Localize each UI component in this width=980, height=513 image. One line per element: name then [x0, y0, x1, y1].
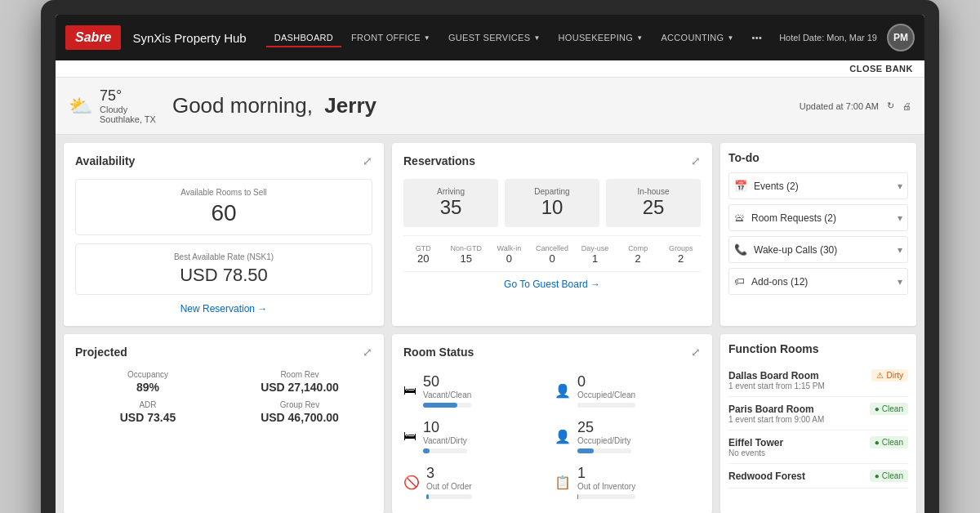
weather-icon: ⛅ — [69, 95, 93, 118]
nav-right: Hotel Date: Mon, Mar 19 PM — [779, 24, 915, 51]
func-dallas[interactable]: Dallas Board Room ⚠ Dirty 1 event start … — [728, 364, 908, 397]
occupied-clean-icon: 👤 — [555, 383, 571, 399]
func-eiffel-name: Eiffel Tower — [728, 437, 783, 448]
rs-out-of-order: 🚫 3 Out of Order — [403, 462, 550, 502]
todo-wakeup[interactable]: 📞 Wake-up Calls (30) ▾ — [728, 236, 908, 263]
func-paris[interactable]: Paris Board Room ● Clean 1 event start f… — [728, 397, 908, 430]
room-requests-icon: 🛎 — [734, 212, 745, 224]
projected-header: Projected ⤢ — [75, 346, 372, 359]
res-gtd: GTD 20 — [403, 244, 443, 265]
hotel-date: Hotel Date: Mon, Mar 19 — [779, 33, 877, 42]
func-eiffel[interactable]: Eiffel Tower ● Clean No events — [728, 430, 908, 464]
rooms-to-sell-value: 60 — [84, 200, 363, 226]
new-reservation-link[interactable]: New Reservation → — [75, 303, 372, 314]
func-dallas-event: 1 event start from 1:15 PM — [728, 381, 908, 390]
sabre-logo: Sabre — [65, 25, 121, 50]
screen: Sabre SynXis Property Hub DASHBOARD FRON… — [56, 15, 924, 513]
res-groups: Groups 2 — [661, 244, 701, 265]
projected-title: Projected — [75, 346, 127, 359]
reservations-expand-icon[interactable]: ⤢ — [691, 154, 701, 167]
room-requests-chevron-icon: ▾ — [898, 212, 902, 224]
func-eiffel-event: No events — [728, 448, 908, 457]
print-icon[interactable]: 🖨 — [902, 101, 911, 111]
func-paris-name: Paris Board Room — [728, 404, 814, 415]
rooms-to-sell-label: Available Rooms to Sell — [84, 188, 363, 197]
func-paris-event: 1 event start from 9:00 AM — [728, 415, 908, 424]
top-navigation: Sabre SynXis Property Hub DASHBOARD FRON… — [56, 15, 924, 60]
updated-text: Updated at 7:00 AM — [800, 101, 879, 111]
weather-location: Southlake, TX — [100, 114, 156, 124]
close-bank-button[interactable]: CLOSE BANK — [849, 64, 913, 74]
inhouse-stat: In-house 25 — [606, 179, 701, 227]
res-walkin: Walk-in 0 — [489, 244, 529, 265]
weather-temp: 75° — [100, 87, 156, 105]
res-cancelled: Cancelled 0 — [532, 244, 572, 265]
close-bank-bar: CLOSE BANK — [56, 60, 924, 78]
room-status-grid: 🛏 50 Vacant/Clean 👤 0 Occupied/Clean — [403, 370, 701, 502]
todo-events[interactable]: 📅 Events (2) ▾ — [728, 172, 908, 199]
room-status-card: Room Status ⤢ 🛏 50 Vacant/Clean 👤 — [392, 334, 712, 513]
projected-grid: Occupancy 89% Room Rev USD 27,140.00 ADR… — [75, 370, 372, 424]
func-paris-status: ● Clean — [870, 403, 908, 415]
arriving-stat: Arriving 35 — [403, 179, 498, 227]
proj-room-rev: Room Rev USD 27,140.00 — [227, 370, 372, 394]
inhouse-label: In-house — [614, 187, 693, 196]
greeting-right: Updated at 7:00 AM ↻ 🖨 — [800, 100, 911, 111]
best-rate-stat: Best Available Rate (NSK1) USD 78.50 — [75, 243, 372, 295]
addons-icon: 🏷 — [734, 275, 745, 288]
reservations-top: Arriving 35 Departing 10 In-house 25 — [403, 179, 701, 227]
guest-board-link[interactable]: Go To Guest Board → — [403, 271, 701, 290]
rooms-to-sell-stat: Available Rooms to Sell 60 — [75, 179, 372, 235]
todo-addons[interactable]: 🏷 Add-ons (12) ▾ — [728, 268, 908, 295]
vacant-clean-icon: 🛏 — [403, 383, 416, 398]
wakeup-icon: 📞 — [734, 243, 747, 256]
arriving-value: 35 — [412, 196, 490, 219]
rs-vacant-dirty: 🛏 10 Vacant/Dirty — [403, 416, 550, 457]
greeting-message: Good morning, — [172, 93, 313, 118]
best-rate-label: Best Available Rate (NSK1) — [84, 252, 363, 261]
func-redwood[interactable]: Redwood Forest ● Clean — [728, 464, 908, 488]
arriving-label: Arriving — [412, 187, 490, 196]
res-nongtd: Non-GTD 15 — [447, 244, 487, 265]
events-icon: 📅 — [734, 180, 747, 192]
room-status-expand-icon[interactable]: ⤢ — [691, 346, 701, 359]
todo-card: To-do 📅 Events (2) ▾ 🛎 Room Requests (2)… — [720, 143, 916, 326]
function-rooms-title: Function Rooms — [728, 342, 908, 355]
weather-widget: ⛅ 75° Cloudy Southlake, TX — [69, 87, 156, 124]
nav-guest-services[interactable]: GUEST SERVICES ▼ — [440, 28, 549, 47]
clean-icon: ● — [875, 404, 880, 413]
todo-room-requests[interactable]: 🛎 Room Requests (2) ▾ — [728, 204, 908, 231]
res-comp: Comp 2 — [618, 244, 658, 265]
nav-more[interactable]: ••• — [744, 28, 770, 47]
projected-card: Projected ⤢ Occupancy 89% Room Rev USD 2… — [64, 334, 384, 513]
room-status-header: Room Status ⤢ — [403, 346, 701, 359]
events-chevron-icon: ▾ — [898, 181, 902, 192]
refresh-icon[interactable]: ↻ — [887, 100, 894, 111]
out-of-inventory-icon: 📋 — [555, 475, 571, 490]
vacant-dirty-icon: 🛏 — [403, 429, 416, 444]
wakeup-chevron-icon: ▾ — [898, 244, 902, 256]
projected-expand-icon[interactable]: ⤢ — [363, 346, 372, 359]
nav-items: DASHBOARD FRONT OFFICE ▼ GUEST SERVICES … — [266, 28, 779, 47]
dirty-icon: ⚠ — [876, 371, 884, 380]
user-avatar[interactable]: PM — [887, 24, 915, 51]
todo-room-requests-label: Room Requests (2) — [751, 212, 836, 224]
greeting-text: Good morning, Jerry — [172, 93, 376, 118]
rs-out-of-inventory: 📋 1 Out of Inventory — [555, 462, 701, 502]
occupied-dirty-icon: 👤 — [555, 429, 571, 444]
availability-expand-icon[interactable]: ⤢ — [363, 154, 372, 167]
nav-housekeeping[interactable]: HOUSEKEEPING ▼ — [550, 28, 652, 47]
greeting-name: Jerry — [324, 93, 376, 118]
rs-occupied-clean: 👤 0 Occupied/Clean — [555, 370, 701, 411]
reservations-header: Reservations ⤢ — [403, 154, 701, 167]
rs-occupied-dirty: 👤 25 Occupied/Dirty — [555, 416, 701, 457]
departing-value: 10 — [513, 196, 591, 219]
nav-accounting[interactable]: ACCOUNTING ▼ — [653, 28, 742, 47]
nav-dashboard[interactable]: DASHBOARD — [266, 28, 341, 47]
proj-group-rev: Group Rev USD 46,700.00 — [227, 400, 372, 424]
best-rate-value: USD 78.50 — [84, 265, 363, 286]
func-dallas-status: ⚠ Dirty — [871, 369, 908, 381]
nav-front-office[interactable]: FRONT OFFICE ▼ — [343, 28, 439, 47]
departing-label: Departing — [513, 187, 591, 196]
reservations-title: Reservations — [403, 154, 475, 167]
